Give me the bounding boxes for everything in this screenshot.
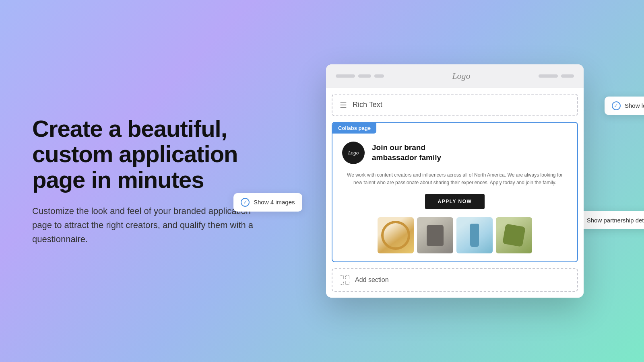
product-image-bottle bbox=[456, 217, 493, 253]
product-image-bag bbox=[496, 217, 532, 253]
show-images-label: Show 4 images bbox=[254, 199, 295, 206]
add-section-icon-dot-2 bbox=[345, 275, 349, 279]
browser-topbar: Logo bbox=[326, 64, 584, 88]
add-section-icon-dot-3 bbox=[340, 281, 344, 285]
browser-logo: Logo bbox=[452, 71, 470, 81]
browser-bar-2 bbox=[358, 74, 371, 78]
brand-header: Logo Join our brand ambassador family bbox=[342, 142, 568, 164]
browser-bar-4 bbox=[539, 74, 558, 78]
show-logo-badge: ✓ Show logo bbox=[605, 97, 644, 115]
browser-bar-5 bbox=[561, 74, 574, 78]
add-section-label: Add section bbox=[355, 276, 389, 284]
add-section[interactable]: Add section bbox=[332, 268, 578, 292]
collabs-inner: Logo Join our brand ambassador family We… bbox=[332, 134, 577, 261]
collabs-tab[interactable]: Collabs page bbox=[332, 123, 376, 134]
hero-headline: Create a beautiful, custom application p… bbox=[32, 116, 266, 193]
show-logo-check-icon: ✓ bbox=[612, 101, 621, 110]
add-section-icon bbox=[340, 275, 349, 285]
browser-window: Logo ☰ Rich Text Collabs page bbox=[326, 64, 584, 298]
show-partnership-label: Show partnership details bbox=[587, 217, 644, 224]
add-section-icon-dot-4 bbox=[345, 281, 349, 285]
rich-text-label: Rich Text bbox=[353, 101, 382, 109]
collabs-body-text: We work with content creators and influe… bbox=[342, 171, 568, 187]
left-content: Create a beautiful, custom application p… bbox=[32, 116, 266, 247]
brand-logo-circle: Logo bbox=[342, 142, 365, 164]
hero-subtext: Customize the look and feel of your bran… bbox=[32, 204, 266, 247]
right-content: ✓ Show logo ✓ Show 4 images ✓ Show partn… bbox=[298, 64, 612, 298]
browser-bar-1 bbox=[336, 74, 355, 78]
rich-text-icon: ☰ bbox=[340, 100, 347, 110]
product-image-jar bbox=[417, 217, 453, 253]
show-images-badge: ✓ Show 4 images bbox=[233, 193, 302, 212]
product-image-bracelet bbox=[378, 217, 414, 253]
browser-nav-bars bbox=[539, 74, 574, 78]
collabs-section: Collabs page Logo Join our brand ambassa… bbox=[332, 122, 578, 262]
browser-controls bbox=[336, 74, 384, 78]
rich-text-section[interactable]: ☰ Rich Text bbox=[332, 94, 578, 116]
show-logo-label: Show logo bbox=[625, 102, 644, 109]
apply-now-button[interactable]: APPLY NOW bbox=[425, 194, 485, 209]
page-wrapper: Create a beautiful, custom application p… bbox=[0, 0, 644, 362]
browser-content: ☰ Rich Text Collabs page Logo Join our b… bbox=[326, 88, 584, 298]
add-section-icon-dot-1 bbox=[340, 275, 344, 279]
browser-bar-3 bbox=[374, 74, 384, 78]
brand-tagline: Join our brand ambassador family bbox=[372, 143, 441, 162]
product-images bbox=[342, 217, 568, 253]
show-images-check-icon: ✓ bbox=[241, 198, 250, 207]
